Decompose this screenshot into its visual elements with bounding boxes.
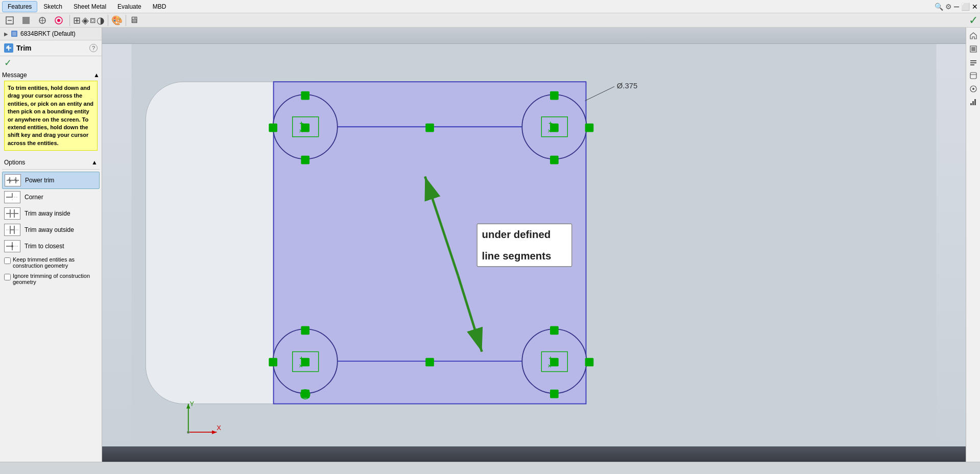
svg-rect-88 [971,47,975,51]
trim-header: Trim ? [0,40,102,56]
option-trim-inside[interactable]: Trim away inside [2,205,100,222]
trim-inside-label: Trim away inside [25,210,70,217]
appearance-icon[interactable]: 🎨 [111,15,123,26]
toolbar-btn-3[interactable] [35,13,50,28]
right-btn-6[interactable] [967,96,979,108]
view-icon[interactable]: 🔍 [935,3,943,11]
option-corner[interactable]: Corner [2,189,100,205]
options-section: Options ▲ Power trim [0,155,102,289]
trim-closest-icon [4,240,20,252]
svg-rect-69 [425,358,434,367]
svg-rect-47 [550,91,559,100]
trim-title: Trim [4,43,32,53]
svg-text:✕: ✕ [547,128,552,134]
trim-label: Trim [16,44,32,52]
panel-content: Trim ? ✓ Message ▲ To trim entities, hol… [0,40,102,462]
monitor-icon[interactable]: 🖥 [129,15,138,26]
help-button[interactable]: ? [89,44,98,52]
window-close[interactable]: ✕ [972,3,978,11]
ignore-trimming-checkbox[interactable] [4,274,11,280]
toolbar-btn-1[interactable] [2,13,17,28]
right-btn-2[interactable] [967,43,979,55]
svg-rect-91 [970,64,974,65]
checkbox-keep-trimmed[interactable]: Keep trimmed entities as construction ge… [2,254,100,271]
right-sidebar [966,28,980,462]
svg-rect-63 [550,390,559,398]
trim-outside-label: Trim away outside [25,226,74,233]
keep-trimmed-checkbox[interactable] [4,257,11,264]
right-btn-5[interactable] [967,83,979,95]
left-panel: ▶ 6834BRKT (Default) Trim [0,28,102,462]
svg-text:+: + [300,354,304,362]
options-title: Options [4,159,25,166]
accept-checkmark[interactable]: ✓ [4,58,12,68]
svg-rect-92 [970,73,976,79]
svg-rect-12 [7,46,8,48]
viewport[interactable]: + ✕ + ✕ + ✕ + ✕ [102,28,966,462]
top-gradient-bar [102,28,966,44]
svg-text:✕: ✕ [299,128,303,134]
settings-icon[interactable]: ⚙ [945,3,952,11]
svg-text:X: X [217,424,221,432]
menu-mbd[interactable]: MBD [148,2,172,12]
section-icon[interactable]: ⧈ [90,15,95,26]
option-power-trim[interactable]: Power trim [2,172,100,189]
keep-trimmed-label: Keep trimmed entities as construction ge… [13,256,98,269]
accept-icon[interactable]: ✓ [969,14,978,27]
svg-point-95 [972,88,974,90]
svg-rect-50 [585,124,594,132]
toolbar-btn-4[interactable] [51,13,66,28]
display-style-icon[interactable]: ◈ [82,15,89,26]
menu-sheet-metal[interactable]: Sheet Metal [68,2,111,12]
window-restore[interactable]: ⬜ [961,3,970,11]
menu-evaluate[interactable]: Evaluate [112,2,147,12]
menu-features[interactable]: Features [2,1,37,12]
svg-rect-2 [22,17,30,24]
bottom-bar [0,462,980,474]
svg-text:Y: Y [190,400,195,408]
view-orient-icon[interactable]: ⊞ [73,15,81,26]
svg-rect-9 [12,32,16,36]
accept-row: ✓ [0,56,102,69]
tree-item-label[interactable]: 6834BRKT (Default) [20,30,76,37]
svg-rect-89 [970,60,976,61]
power-trim-icon [5,174,21,186]
toolbar-btn-2[interactable] [18,13,34,28]
main-area: ▶ 6834BRKT (Default) Trim [0,28,980,462]
trim-icon [4,43,13,53]
svg-point-86 [187,432,189,433]
svg-rect-43 [269,124,277,132]
checkbox-ignore-trimming[interactable]: Ignore trimming of construction geometry [2,271,100,287]
svg-rect-61 [550,326,559,335]
message-collapse[interactable]: ▲ [93,72,100,79]
message-bold: To trim entities, hold down and drag you… [8,85,93,146]
right-btn-home[interactable] [967,30,979,42]
svg-text:✕: ✕ [299,363,303,369]
ignore-trimming-label: Ignore trimming of construction geometry [13,273,98,285]
message-text: To trim entities, hold down and drag you… [4,81,98,151]
svg-text:+: + [548,120,553,127]
hide-show-icon[interactable]: ◑ [97,15,105,26]
option-trim-outside[interactable]: Trim away outside [2,222,100,238]
svg-rect-42 [301,156,309,164]
svg-rect-90 [970,62,976,63]
corner-label: Corner [25,194,43,201]
corner-icon [4,191,20,203]
menu-sketch[interactable]: Sketch [38,2,67,12]
option-trim-closest[interactable]: Trim to closest [2,238,100,254]
svg-text:under defined: under defined [482,229,551,240]
options-collapse[interactable]: ▲ [91,159,98,166]
svg-rect-98 [974,99,976,105]
expand-icon[interactable]: ▶ [4,31,8,37]
part-icon [10,30,18,38]
svg-rect-40 [301,91,309,100]
options-header: Options ▲ [2,157,100,170]
window-minimize[interactable]: ─ [954,3,959,11]
trim-inside-icon [4,207,20,220]
trim-closest-label: Trim to closest [25,243,64,250]
right-btn-3[interactable] [967,56,979,68]
power-trim-label: Power trim [25,177,54,184]
bottom-dark-bar [102,446,966,462]
right-btn-4[interactable] [967,69,979,82]
sketch-svg: + ✕ + ✕ + ✕ + ✕ [102,44,966,446]
